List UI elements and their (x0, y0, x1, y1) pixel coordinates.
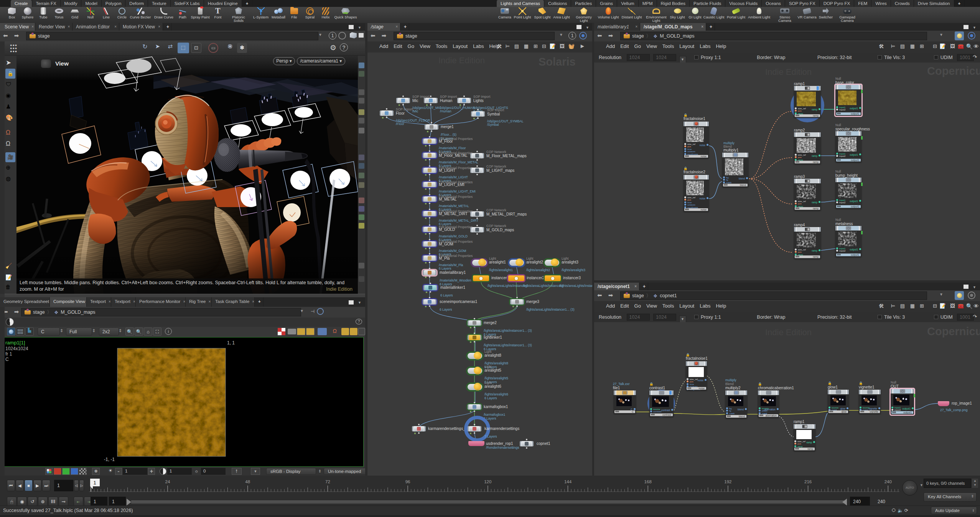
svg-text:fr 1: fr 1 (5, 351, 12, 357)
svg-text:72: 72 (325, 479, 330, 484)
svg-text:120: 120 (484, 479, 491, 484)
svg-text:24: 24 (165, 479, 170, 484)
svg-text:144: 144 (564, 479, 572, 484)
svg-text:216: 216 (804, 479, 812, 484)
svg-text:C: C (5, 357, 9, 362)
svg-text:1, 1: 1, 1 (227, 340, 235, 346)
svg-text:ramp1[1]: ramp1[1] (5, 340, 25, 346)
svg-text:48: 48 (245, 479, 250, 484)
svg-text:1: 1 (93, 480, 96, 486)
svg-text:96: 96 (405, 479, 410, 484)
svg-text:192: 192 (724, 479, 731, 484)
svg-text:240: 240 (884, 479, 892, 484)
svg-text:-1, -1: -1, -1 (104, 457, 115, 462)
svg-text:1024x1024: 1024x1024 (5, 346, 28, 351)
svg-text:168: 168 (644, 479, 652, 484)
